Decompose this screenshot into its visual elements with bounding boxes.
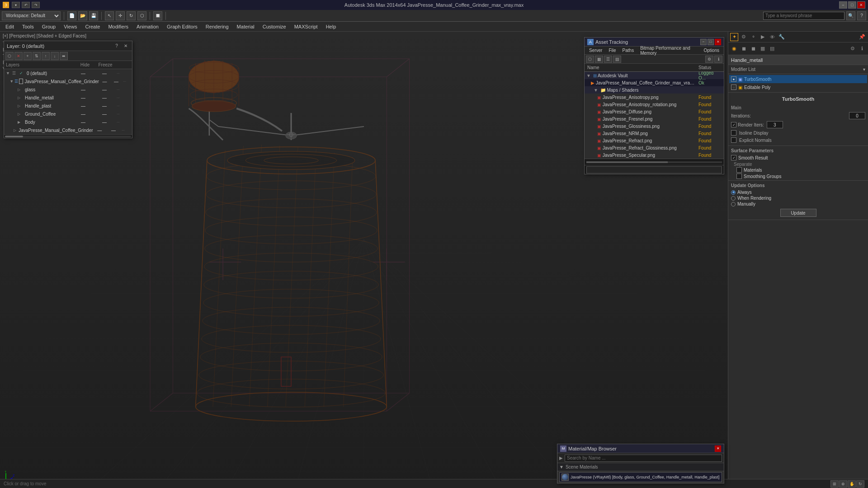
asset-tool-e[interactable]: ⚙ xyxy=(705,56,713,63)
layers-tool-add[interactable]: + xyxy=(24,52,32,60)
layers-tool-c[interactable]: ↑ xyxy=(42,52,50,60)
help-btn[interactable]: ? xyxy=(857,11,866,20)
asset-menu-options[interactable]: Options xyxy=(701,47,722,53)
search-input[interactable] xyxy=(763,12,844,20)
modifier-turbosmooth[interactable]: ● ▣ TurboSmooth xyxy=(729,75,867,83)
rp-icon-c[interactable]: ◼ xyxy=(749,45,757,53)
modifier-epoly[interactable]: ○ ▣ Editable Poly xyxy=(729,83,867,91)
move-btn[interactable]: ✛ xyxy=(116,11,125,20)
maximize-btn[interactable]: □ xyxy=(848,1,856,9)
window-controls[interactable]: − □ ✕ xyxy=(839,1,865,9)
asset-row-fresnel[interactable]: ▣ JavaPresse_Fresnel.png Found xyxy=(585,115,724,122)
asset-row-maps-folder[interactable]: ▼ 📁 Maps / Shaders xyxy=(585,86,724,94)
layer-row-1[interactable]: ▼ ☰ JavaPresse_Manual_Coffee_Grinder — —… xyxy=(4,77,132,85)
undo-btn[interactable]: ↶ xyxy=(22,2,30,8)
smoothing-groups-checkbox[interactable] xyxy=(736,174,742,179)
layer-row-body[interactable]: ▶ Body — — ··· xyxy=(4,118,132,126)
rp-icon-display[interactable]: 👁 xyxy=(768,33,776,41)
asset-tool-d[interactable]: ▤ xyxy=(613,56,621,63)
render-iters-checkbox[interactable] xyxy=(731,122,736,127)
rp-icon-e[interactable]: ▤ xyxy=(768,45,776,53)
asset-menu-bitmap-perf[interactable]: Bitmap Performance and Memory xyxy=(637,45,700,56)
manually-radio[interactable] xyxy=(731,202,736,206)
viewport-label[interactable]: [+] [Perspective] [Shaded + Edged Faces] xyxy=(3,33,86,38)
asset-tool-a[interactable]: ⬡ xyxy=(586,56,594,63)
asset-close-btn[interactable]: ✕ xyxy=(715,39,721,45)
iterations-input[interactable] xyxy=(849,112,865,119)
close-btn[interactable]: ✕ xyxy=(857,1,865,9)
search-btn[interactable]: 🔍 xyxy=(846,11,855,20)
layers-close-btn[interactable]: ✕ xyxy=(122,42,129,50)
asset-row-nrm[interactable]: ▣ JavaPresse_NRM.png Found xyxy=(585,130,724,137)
workspace-dropdown[interactable]: Workspace: Default xyxy=(2,11,61,20)
layers-tool-x[interactable]: ✕ xyxy=(14,52,23,60)
mat-scene-materials-header[interactable]: ▼ Scene Materials xyxy=(557,463,724,471)
menu-rendering[interactable]: Rendering xyxy=(202,23,232,30)
smooth-result-checkbox[interactable] xyxy=(731,155,736,160)
rp-icon-modify[interactable]: ⚙ xyxy=(740,33,748,41)
rp-icon-create[interactable]: ✦ xyxy=(730,33,738,41)
mod-visibility-poly[interactable]: ○ xyxy=(731,84,736,90)
redo-btn[interactable]: ↷ xyxy=(32,2,40,8)
layer-check-0[interactable]: ✓ xyxy=(19,71,26,75)
always-radio[interactable] xyxy=(731,190,736,195)
asset-row-3dsfile[interactable]: ▶ JavaPresse_Manual_Coffee_Grinder_max_v… xyxy=(585,79,724,86)
layers-tool-d[interactable]: ↓ xyxy=(51,52,59,60)
render-btn[interactable]: 🔲 xyxy=(153,11,162,20)
update-button[interactable]: Update xyxy=(780,209,816,217)
select-btn[interactable]: ↖ xyxy=(105,11,114,20)
toolbar-mini-btn[interactable]: ▾ xyxy=(12,2,20,8)
menu-views[interactable]: Views xyxy=(60,23,80,30)
when-rendering-radio[interactable] xyxy=(731,196,736,201)
scrollbar-thumb[interactable] xyxy=(5,136,23,137)
layer-row-handle-plast[interactable]: ▷ Handle_plast — — ··· xyxy=(4,102,132,110)
nav-zoom-extents[interactable]: ⊞ xyxy=(830,480,839,488)
scale-btn[interactable]: ⬡ xyxy=(137,11,146,20)
asset-row-refract-gloss[interactable]: ▣ JavaPresse_Refract_Glossiness.png Foun… xyxy=(585,144,724,151)
save-btn[interactable]: 💾 xyxy=(89,11,98,20)
titlebar-mini-btns[interactable]: ▾ ↶ ↷ xyxy=(12,2,40,8)
asset-scroll-track[interactable] xyxy=(586,161,722,163)
layers-help-btn[interactable]: ? xyxy=(113,42,120,50)
minimize-btn[interactable]: − xyxy=(839,1,847,9)
scrollbar-track[interactable] xyxy=(5,136,131,137)
asset-row-specular[interactable]: ▣ JavaPresse_Specular.png Found xyxy=(585,151,724,159)
asset-max-btn[interactable]: □ xyxy=(708,39,714,45)
nav-pan[interactable]: ✋ xyxy=(848,480,856,488)
asset-row-diffuse[interactable]: ▣ JavaPresse_Diffuse.png Found xyxy=(585,108,724,115)
nav-orbit[interactable]: ↻ xyxy=(856,480,864,488)
layers-tool-b[interactable]: ⇅ xyxy=(33,52,41,60)
rp-icon-a[interactable]: ◉ xyxy=(730,45,738,53)
menu-modifiers[interactable]: Modifiers xyxy=(104,23,132,30)
rp-icon-b[interactable]: ◼ xyxy=(740,45,748,53)
open-btn[interactable]: 📂 xyxy=(78,11,87,20)
mat-search-input[interactable] xyxy=(565,455,722,462)
rotate-btn[interactable]: ↻ xyxy=(127,11,136,20)
asset-row-aniso-rot[interactable]: ▣ JavaPresse_Anisotropy_rotation.png Fou… xyxy=(585,101,724,108)
menu-create[interactable]: Create xyxy=(81,23,104,30)
nav-zoom[interactable]: ⊕ xyxy=(839,480,847,488)
asset-row-refract[interactable]: ▣ JavaPresse_Refract.png Found xyxy=(585,137,724,144)
asset-tool-f[interactable]: ℹ xyxy=(714,56,722,63)
menu-maxscript[interactable]: MAXScript xyxy=(291,23,321,30)
asset-row-aniso[interactable]: ▣ JavaPresse_Anisotropy.png Found xyxy=(585,94,724,101)
menu-group[interactable]: Group xyxy=(38,23,60,30)
materials-checkbox[interactable] xyxy=(736,167,742,173)
mat-item-javapresse[interactable]: JavaPresse (VRayMtl) [Body, glass, Groun… xyxy=(559,472,722,482)
mat-close-btn[interactable]: ✕ xyxy=(715,446,721,452)
asset-scroll-thumb[interactable] xyxy=(586,161,668,163)
menu-material[interactable]: Material xyxy=(233,23,258,30)
layer-row-jpmc-sub[interactable]: ▷ JavaPresse_Manual_Coffee_Grinder — — ·… xyxy=(4,126,132,134)
rp-icon-hierarchy[interactable]: ⚬ xyxy=(749,33,757,41)
layers-scrollbar[interactable] xyxy=(4,134,132,138)
layer-expand-0[interactable]: ▼ xyxy=(6,71,11,75)
asset-menu-server[interactable]: Server xyxy=(586,47,605,53)
rp-icon-utilities[interactable]: 🔧 xyxy=(778,33,786,41)
menu-help[interactable]: Help xyxy=(322,23,340,30)
asset-row-gloss[interactable]: ▣ JavaPresse_Glossiness.png Found xyxy=(585,122,724,130)
modifier-list-dropdown[interactable]: ▾ xyxy=(863,67,865,72)
rp-icon-settings[interactable]: ⚙ xyxy=(849,45,857,53)
rp-icon-motion[interactable]: ▶ xyxy=(759,33,767,41)
asset-menu-paths[interactable]: Paths xyxy=(620,47,637,53)
layer-row-0[interactable]: ▼ ☰ ✓ 0 (default) — — ··· xyxy=(4,69,132,77)
